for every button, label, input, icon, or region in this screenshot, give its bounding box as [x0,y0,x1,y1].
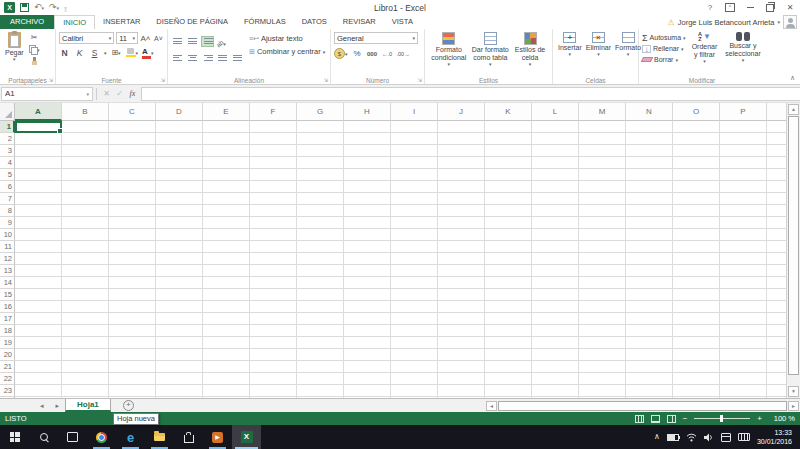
column-header-c[interactable]: C [109,103,156,121]
row-header-9[interactable]: 9 [0,217,15,229]
decrease-indent-button[interactable] [216,52,229,63]
sheet-nav-left-arrow[interactable]: ◂ [40,402,44,410]
customize-qat-icon[interactable]: ▿̲ [64,5,67,11]
borders-button[interactable]: ⊞▾ [111,47,122,58]
row-header-22[interactable]: 22 [0,373,15,385]
autosum-button[interactable]: Σ Autosuma ▾ [642,32,686,43]
underline-dropdown-arrow[interactable]: ▾ [104,50,107,56]
scroll-down-arrow[interactable]: ▼ [788,386,799,397]
increase-font-button[interactable]: A˄ [140,33,151,44]
row-header-8[interactable]: 8 [0,205,15,217]
italic-button[interactable]: K [74,47,85,58]
row-header-4[interactable]: 4 [0,157,15,169]
align-center-button[interactable] [186,52,199,63]
cancel-entry-button[interactable]: ✕ [100,89,113,98]
format-dropdown-arrow[interactable]: ▾ [627,52,630,58]
tab-diseno-de-pagina[interactable]: DISEÑO DE PÁGINA [148,15,236,29]
copy-button[interactable]: ▾ [29,44,40,55]
excel-taskbar-button[interactable]: X [232,425,261,449]
close-button[interactable]: ✕ [780,0,800,15]
minimize-button[interactable] [740,0,760,15]
paste-button[interactable]: Pegar ▾ [3,32,26,67]
find-select-button[interactable]: Buscar y seleccionar ▾ [723,32,762,65]
name-box-dropdown-arrow[interactable]: ▾ [86,91,89,97]
align-top-button[interactable] [171,36,184,47]
page-layout-view-button[interactable] [651,415,660,423]
currency-format-button[interactable]: $▾ [334,48,348,59]
store-taskbar-button[interactable] [174,425,203,449]
numero-dialog-launcher[interactable]: ⇲ [417,77,422,83]
new-sheet-button[interactable]: + [123,400,134,411]
format-table-dropdown-arrow[interactable]: ▾ [489,62,492,68]
increase-indent-button[interactable] [231,52,244,63]
cut-button[interactable]: ✂ [29,32,40,43]
restore-button[interactable] [760,0,780,15]
sort-filter-dropdown-arrow[interactable]: ▾ [703,59,706,65]
page-break-view-button[interactable] [667,415,676,423]
row-header-17[interactable]: 17 [0,313,15,325]
row-header-18[interactable]: 18 [0,325,15,337]
row-header-21[interactable]: 21 [0,361,15,373]
undo-dropdown-arrow[interactable]: ▾ [42,5,45,11]
fill-color-button[interactable]: ▾ [126,47,139,58]
name-box[interactable]: A1 ▾ [1,87,93,101]
column-header-m[interactable]: M [579,103,626,121]
row-header-2[interactable]: 2 [0,133,15,145]
decrease-decimal-button[interactable]: .00→ [397,48,410,59]
collapse-ribbon-button[interactable]: ∧ [790,74,795,82]
column-header-o[interactable]: O [673,103,720,121]
excel-app-icon[interactable]: X [4,2,15,13]
cell-styles-button[interactable]: Estilos de celda ▾ [511,32,549,68]
tab-insertar[interactable]: INSERTAR [95,15,148,29]
column-header-d[interactable]: D [156,103,203,121]
row-header-11[interactable]: 11 [0,241,15,253]
conditional-dropdown-arrow[interactable]: ▾ [448,62,451,68]
font-color-button[interactable]: A▾ [142,47,154,58]
tab-datos[interactable]: DATOS [294,15,335,29]
underline-button[interactable]: S [89,47,100,58]
column-header-b[interactable]: B [62,103,109,121]
show-hidden-icons-button[interactable]: ∧ [654,433,660,441]
normal-view-button[interactable] [635,415,644,423]
user-dropdown-arrow[interactable]: ▾ [777,19,780,25]
scroll-right-arrow[interactable]: ► [788,401,799,411]
row-header-20[interactable]: 20 [0,349,15,361]
column-header-h[interactable]: H [344,103,391,121]
number-format-combo[interactable]: General▾ [334,32,418,44]
row-header-7[interactable]: 7 [0,193,15,205]
cell-styles-dropdown-arrow[interactable]: ▾ [529,62,532,68]
movies-tv-taskbar-button[interactable]: ▶ [203,425,232,449]
user-name[interactable]: Jorge Luis Betancourt Arrieta [678,18,775,27]
edge-taskbar-button[interactable]: e [116,425,145,449]
delete-dropdown-arrow[interactable]: ▾ [597,52,600,58]
bold-button[interactable]: N [59,47,70,58]
scroll-left-arrow[interactable]: ◄ [486,401,497,411]
row-header-1[interactable]: 1 [0,121,15,133]
row-header-16[interactable]: 16 [0,301,15,313]
row-header-12[interactable]: 12 [0,253,15,265]
confirm-entry-button[interactable]: ✓ [113,89,126,98]
help-button[interactable]: ? [700,0,720,15]
column-header-e[interactable]: E [203,103,250,121]
tab-vista[interactable]: VISTA [384,15,421,29]
conditional-formatting-button[interactable]: Formato condicional ▾ [428,32,470,68]
font-name-combo[interactable]: Calibri▾ [59,32,114,44]
orientation-button[interactable]: ab▾ [216,32,226,50]
column-header-f[interactable]: F [250,103,297,121]
column-header-p[interactable]: P [720,103,767,121]
battery-icon[interactable] [667,434,679,441]
clear-dropdown-arrow[interactable]: ▾ [675,57,678,63]
wrap-text-button[interactable]: ≡↩ Ajustar texto [249,32,325,45]
column-header-q[interactable]: Q [767,103,786,121]
clear-button[interactable]: Borrar ▾ [642,54,686,65]
action-center-icon[interactable] [721,433,731,442]
chrome-taskbar-button[interactable] [87,425,116,449]
account-area[interactable]: ⚠ Jorge Luis Betancourt Arrieta ▾ [668,15,797,29]
tab-formulas[interactable]: FÓRMULAS [236,15,294,29]
merge-center-button[interactable]: ⊞ Combinar y centrar ▾ [249,45,325,58]
fuente-dialog-launcher[interactable]: ⇲ [160,77,165,83]
zoom-slider-thumb[interactable] [720,415,723,422]
align-right-button[interactable] [201,52,214,63]
alineacion-dialog-launcher[interactable]: ⇲ [323,77,328,83]
tab-inicio[interactable]: INICIO [54,15,95,29]
